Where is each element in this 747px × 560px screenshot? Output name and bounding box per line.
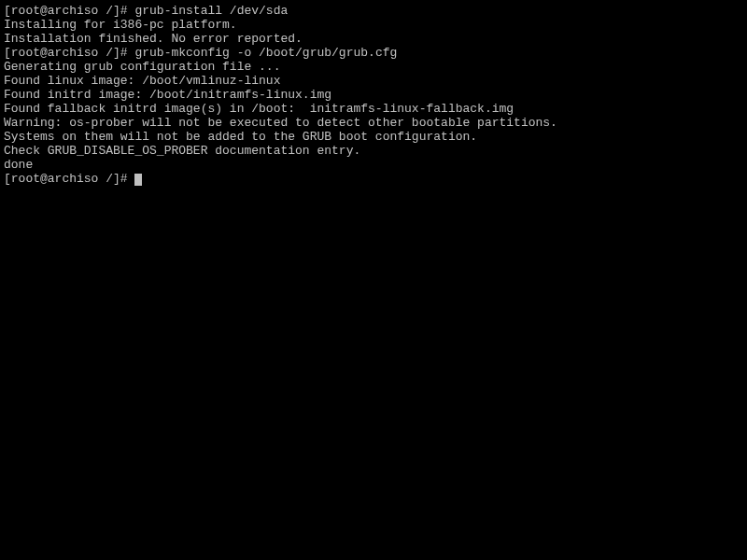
output-text: Installing for i386-pc platform. xyxy=(4,18,237,32)
shell-prompt: [root@archiso /]# xyxy=(4,4,134,18)
terminal-line: Found linux image: /boot/vmlinuz-linux xyxy=(4,74,743,88)
terminal-line: Systems on them will not be added to the… xyxy=(4,130,743,144)
output-text: Found linux image: /boot/vmlinuz-linux xyxy=(4,74,280,88)
output-text: done xyxy=(4,158,33,172)
output-text: Generating grub configuration file ... xyxy=(4,60,280,74)
terminal-line: Found fallback initrd image(s) in /boot:… xyxy=(4,102,743,116)
shell-prompt: [root@archiso /]# xyxy=(4,172,134,186)
terminal-line: Warning: os-prober will not be executed … xyxy=(4,116,743,130)
terminal-line: [root@archiso /]# xyxy=(4,172,743,186)
terminal-line: Installing for i386-pc platform. xyxy=(4,18,743,32)
terminal-line: Check GRUB_DISABLE_OS_PROBER documentati… xyxy=(4,144,743,158)
terminal-line: done xyxy=(4,158,743,172)
terminal-line: Installation finished. No error reported… xyxy=(4,32,743,46)
output-text: Check GRUB_DISABLE_OS_PROBER documentati… xyxy=(4,144,360,158)
terminal-output[interactable]: [root@archiso /]# grub-install /dev/sdaI… xyxy=(4,4,743,186)
terminal-line: [root@archiso /]# grub-install /dev/sda xyxy=(4,4,743,18)
terminal-line: Generating grub configuration file ... xyxy=(4,60,743,74)
shell-command: grub-install /dev/sda xyxy=(134,4,288,18)
output-text: Found initrd image: /boot/initramfs-linu… xyxy=(4,88,331,102)
output-text: Installation finished. No error reported… xyxy=(4,32,303,46)
output-text: Found fallback initrd image(s) in /boot:… xyxy=(4,102,514,116)
output-text: Systems on them will not be added to the… xyxy=(4,130,477,144)
terminal-line: Found initrd image: /boot/initramfs-linu… xyxy=(4,88,743,102)
shell-prompt: [root@archiso /]# xyxy=(4,46,134,60)
shell-command: grub-mkconfig -o /boot/grub/grub.cfg xyxy=(134,46,397,60)
terminal-line: [root@archiso /]# grub-mkconfig -o /boot… xyxy=(4,46,743,60)
output-text: Warning: os-prober will not be executed … xyxy=(4,116,557,130)
cursor-icon xyxy=(134,174,142,186)
